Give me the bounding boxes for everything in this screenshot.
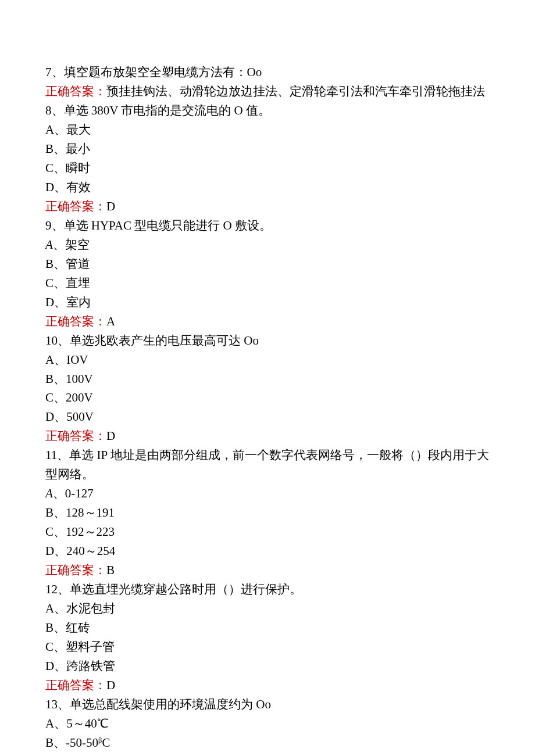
question-11-option-b: B、128～191 — [45, 503, 490, 522]
question-12-option-a: A、水泥包封 — [45, 599, 490, 618]
option-rest: 、0-127 — [53, 486, 94, 500]
question-13-option-b: B、-50-50βC — [45, 733, 490, 753]
answer-label: 正确答案： — [45, 429, 106, 443]
question-9-option-b: B、管道 — [45, 255, 490, 274]
question-11-text: 11、单选 IP 地址是由两部分组成，前一个数字代表网络号，一般将（）段内用于大… — [45, 446, 490, 484]
answer-value: D — [106, 429, 115, 443]
answer-label: 正确答案： — [45, 314, 106, 328]
option-rest: 、架空 — [53, 238, 90, 252]
question-8-option-d: D、有效 — [45, 178, 490, 197]
question-11-option-c: C、192～223 — [45, 522, 490, 542]
question-13-option-a: A、5～40℃ — [45, 714, 490, 733]
question-7-text: 7、填空题布放架空全塑电缆方法有：Oo — [45, 63, 490, 82]
answer-value: B — [106, 563, 115, 577]
option-b-suffix: C — [102, 736, 110, 750]
question-10-option-d: D、500V — [45, 407, 490, 427]
question-12-option-b: B、红砖 — [45, 618, 490, 637]
answer-label: 正确答案： — [45, 84, 106, 98]
document-page: 7、填空题布放架空全塑电缆方法有：Oo 正确答案：预挂挂钩法、动滑轮边放边挂法、… — [0, 0, 535, 756]
question-9-text: 9、单选 HYPAC 型电缆只能进行 O 敷设。 — [45, 216, 490, 235]
answer-label: 正确答案： — [45, 678, 106, 692]
option-b-superscript: β — [98, 735, 102, 747]
question-11-option-d: D、240～254 — [45, 542, 490, 561]
question-8-option-c: C、瞬时 — [45, 159, 490, 178]
question-7-answer: 正确答案：预挂挂钩法、动滑轮边放边挂法、定滑轮牵引法和汽车牵引滑轮拖挂法 — [45, 82, 490, 101]
answer-value: A — [106, 314, 115, 328]
answer-value: 预挂挂钩法、动滑轮边放边挂法、定滑轮牵引法和汽车牵引滑轮拖挂法 — [106, 84, 485, 98]
question-10-option-c: C、200V — [45, 388, 490, 407]
question-9-answer: 正确答案：A — [45, 312, 490, 331]
question-9-option-a: A、架空 — [45, 235, 490, 255]
option-letter: A — [45, 486, 53, 500]
answer-value: D — [106, 678, 115, 692]
question-8-text: 8、单选 380V 市电指的是交流电的 O 值。 — [45, 101, 490, 120]
question-11-option-a: A、0-127 — [45, 484, 490, 503]
question-12-option-d: D、跨路铁管 — [45, 657, 490, 676]
question-8-answer: 正确答案：D — [45, 197, 490, 216]
question-10-text: 10、单选兆欧表产生的电压最高可达 Oo — [45, 331, 490, 350]
question-8-option-b: B、最小 — [45, 139, 490, 159]
answer-label: 正确答案： — [45, 199, 106, 213]
question-10-option-b: B、100V — [45, 370, 490, 389]
option-letter: A — [45, 238, 53, 252]
answer-value: D — [106, 199, 115, 213]
question-12-answer: 正确答案：D — [45, 676, 490, 695]
question-13-text: 13、单选总配线架使用的环境温度约为 Oo — [45, 695, 490, 714]
option-b-prefix: B、-50-50 — [45, 736, 98, 750]
question-11-answer: 正确答案：B — [45, 561, 490, 580]
answer-label: 正确答案： — [45, 563, 106, 577]
question-10-answer: 正确答案：D — [45, 427, 490, 446]
question-10-option-a: A、IOV — [45, 350, 490, 370]
question-9-option-c: C、直埋 — [45, 274, 490, 293]
question-9-option-d: D、室内 — [45, 293, 490, 312]
question-12-text: 12、单选直埋光缆穿越公路时用（）进行保护。 — [45, 580, 490, 599]
question-12-option-c: C、塑料子管 — [45, 637, 490, 657]
question-8-option-a: A、最大 — [45, 120, 490, 139]
